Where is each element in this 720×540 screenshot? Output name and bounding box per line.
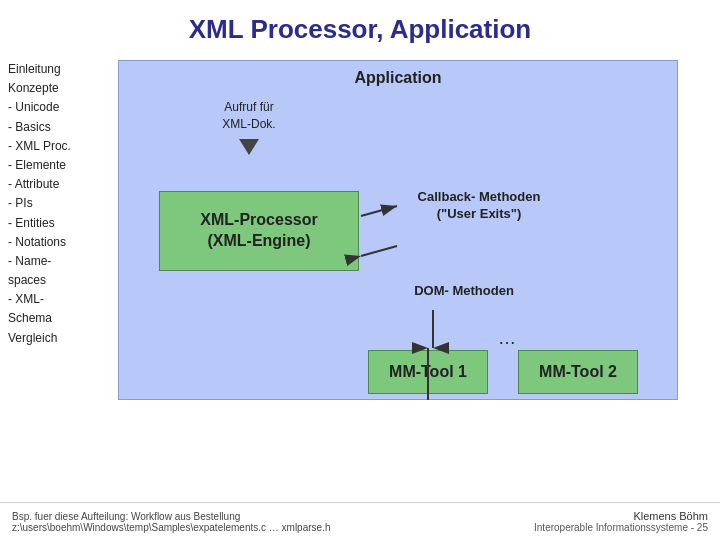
svg-line-2 [361, 206, 397, 216]
footer: Bsp. fuer diese Aufteilung: Workflow aus… [0, 502, 720, 540]
sidebar-item-xmlproc[interactable]: - XML Proc. [8, 137, 88, 156]
sidebar-item-notations[interactable]: - Notations [8, 233, 88, 252]
sidebar-item-elemente[interactable]: - Elemente [8, 156, 88, 175]
sidebar-item-vergleich[interactable]: Vergleich [8, 329, 88, 348]
mm-tool-1-label: MM-Tool 1 [389, 363, 467, 381]
footer-note-text: Bsp. fuer diese Aufteilung: Workflow aus… [12, 511, 330, 533]
application-box: Application Aufruf fürXML-Dok. XML-Proce… [118, 60, 678, 400]
application-label: Application [119, 61, 677, 91]
sidebar-item-einleitung[interactable]: Einleitung [8, 60, 88, 79]
xml-processor-label: XML-Processor(XML-Engine) [200, 210, 317, 252]
sidebar-item-namespaces[interactable]: - Name-spaces [8, 252, 88, 290]
footer-slide-info: Interoperable Informationssysteme - 25 [534, 522, 708, 533]
dom-box: DOM- Methoden [399, 271, 529, 311]
sidebar-item-attribute[interactable]: - Attribute [8, 175, 88, 194]
svg-line-3 [361, 246, 397, 256]
footer-author: Klemens Böhm [633, 510, 708, 522]
sidebar-item-konzepte[interactable]: Konzepte [8, 79, 88, 98]
xml-processor-box: XML-Processor(XML-Engine) [159, 191, 359, 271]
sidebar-item-unicode[interactable]: - Unicode [8, 98, 88, 117]
sidebar-item-entities[interactable]: - Entities [8, 214, 88, 233]
aufruf-label: Aufruf fürXML-Dok. [199, 99, 299, 133]
footer-note: Bsp. fuer diese Aufteilung: Workflow aus… [12, 511, 412, 533]
sidebar-item-basics[interactable]: - Basics [8, 118, 88, 137]
callback-box: Callback- Methoden ("User Exits") [399, 171, 559, 241]
sidebar: Einleitung Konzepte - Unicode - Basics -… [0, 60, 88, 348]
aufruf-arrow-down [199, 139, 299, 155]
dom-label: DOM- Methoden [414, 283, 514, 300]
sidebar-item-xmlschema[interactable]: - XML-Schema [8, 290, 88, 328]
aufruf-area: Aufruf fürXML-Dok. [199, 99, 299, 155]
ellipsis: … [498, 328, 516, 349]
mm-tool-2-label: MM-Tool 2 [539, 363, 617, 381]
mm-tool-1-box: MM-Tool 1 [368, 350, 488, 394]
mm-tool-2-box: MM-Tool 2 [518, 350, 638, 394]
callback-label: Callback- Methoden ("User Exits") [399, 189, 559, 223]
page-title: XML Processor, Application [0, 0, 720, 55]
main-content: Application Aufruf fürXML-Dok. XML-Proce… [88, 60, 720, 500]
sidebar-item-pis[interactable]: - PIs [8, 194, 88, 213]
